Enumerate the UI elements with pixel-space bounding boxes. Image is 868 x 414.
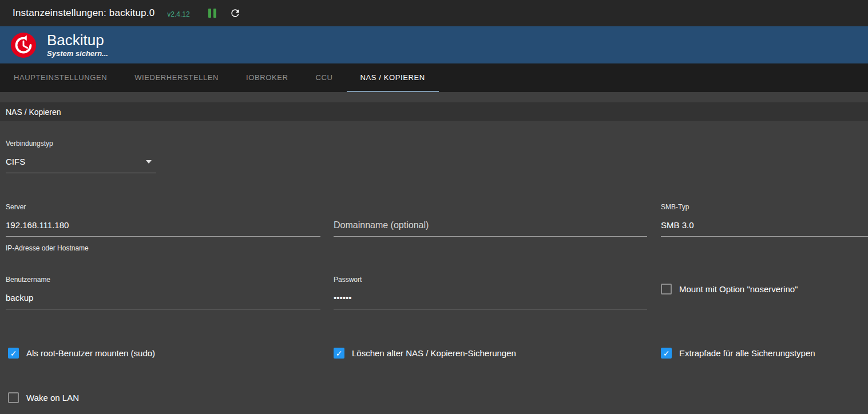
smb-type-label: SMB-Typ [661, 203, 868, 211]
checkbox-root-mount-label: Als root-Benutzer mounten (sudo) [26, 348, 155, 358]
server-field: Server 192.168.111.180 IP-Adresse oder H… [6, 203, 320, 252]
tab-wiederherstellen[interactable]: WIEDERHERSTELLEN [121, 63, 232, 92]
section-header: NAS / Kopieren [0, 102, 868, 121]
connection-type-select[interactable]: CIFS [6, 157, 156, 173]
smb-type-field: SMB-Typ SMB 3.0 [661, 203, 868, 237]
checkbox-extra-paths-label: Extrapfade für alle Sicherungstypen [679, 348, 815, 358]
connection-type-value: CIFS [6, 157, 25, 166]
username-label: Benutzername [6, 276, 320, 284]
checkbox-noserverino-label: Mount mit Option "noserverino" [679, 284, 798, 294]
adapter-header: Backitup System sichern... [0, 26, 868, 63]
tab-iobroker[interactable]: IOBROKER [232, 63, 302, 92]
username-field: Benutzername backup [6, 276, 320, 309]
username-input[interactable]: backup [6, 293, 320, 309]
server-label: Server [6, 203, 320, 211]
window-titlebar: Instanzeinstellungen: backitup.0 v2.4.12 [0, 0, 868, 26]
adapter-subtitle: System sichern... [47, 49, 108, 58]
checkbox-delete-old[interactable]: Löschen alter NAS / Kopieren-Sicherungen [334, 348, 516, 359]
tab-ccu[interactable]: CCU [302, 63, 347, 92]
connection-type-label: Verbindungstyp [6, 140, 156, 148]
tab-bar: HAUPTEINSTELLUNGEN WIEDERHERSTELLEN IOBR… [0, 63, 868, 92]
backitup-logo-icon [10, 32, 37, 58]
pause-icon[interactable] [205, 6, 220, 21]
window-title: Instanzeinstellungen: backitup.0 [13, 7, 154, 19]
checkbox-wake-on-lan[interactable]: Wake on LAN [8, 392, 79, 403]
checkbox-icon[interactable] [8, 392, 19, 403]
checkbox-icon[interactable] [8, 348, 19, 359]
checkbox-delete-old-label: Löschen alter NAS / Kopieren-Sicherungen [352, 348, 516, 358]
refresh-icon[interactable] [228, 6, 243, 21]
domain-input[interactable]: Domainname (optional) [334, 221, 647, 237]
tab-nas-kopieren[interactable]: NAS / KOPIEREN [347, 63, 439, 92]
checkbox-icon[interactable] [661, 348, 672, 359]
domain-label [334, 203, 647, 211]
connection-type-field: Verbindungstyp CIFS [6, 140, 156, 173]
checkbox-icon[interactable] [661, 284, 672, 294]
adapter-name: Backitup [47, 32, 108, 49]
smb-type-select[interactable]: SMB 3.0 [661, 221, 868, 237]
chevron-down-icon [146, 160, 152, 164]
checkbox-wake-on-lan-label: Wake on LAN [26, 393, 79, 403]
password-input[interactable]: •••••• [334, 293, 647, 309]
checkbox-icon[interactable] [334, 348, 344, 359]
checkbox-root-mount[interactable]: Als root-Benutzer mounten (sudo) [8, 348, 155, 359]
tab-haupteinstellungen[interactable]: HAUPTEINSTELLUNGEN [0, 63, 121, 92]
server-helper: IP-Adresse oder Hostname [6, 244, 320, 252]
adapter-titles: Backitup System sichern... [47, 32, 108, 58]
checkbox-noserverino[interactable]: Mount mit Option "noserverino" [661, 284, 798, 294]
server-input[interactable]: 192.168.111.180 [6, 221, 320, 237]
password-label: Passwort [334, 276, 647, 284]
nas-form: Verbindungstyp CIFS Server 192.168.111.1… [0, 140, 868, 405]
checkbox-extra-paths[interactable]: Extrapfade für alle Sicherungstypen [661, 348, 815, 359]
password-field: Passwort •••••• [334, 276, 647, 309]
settings-content: NAS / Kopieren Verbindungstyp CIFS Serve… [0, 92, 868, 414]
domain-field: Domainname (optional) [334, 203, 647, 237]
section-title: NAS / Kopieren [6, 108, 61, 117]
adapter-version: v2.4.12 [167, 10, 189, 18]
